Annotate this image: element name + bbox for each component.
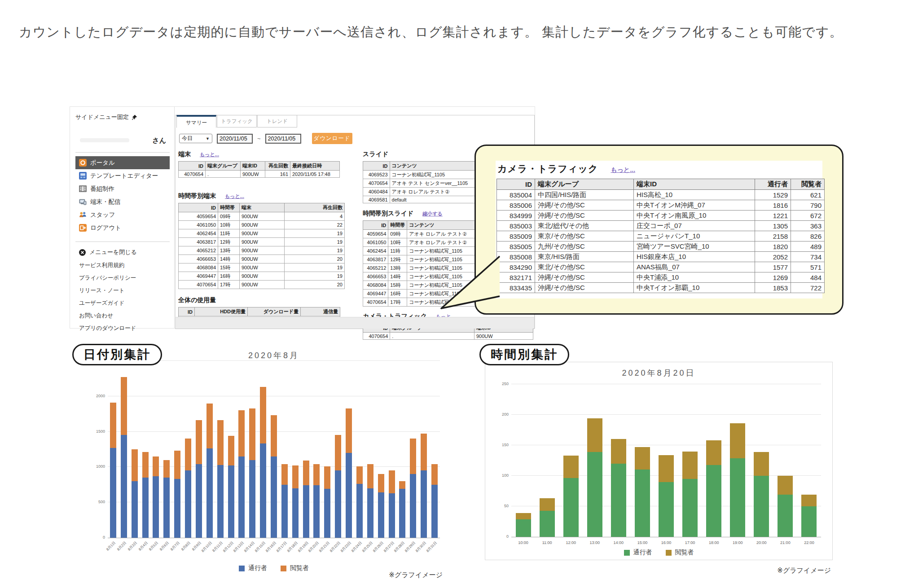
shrink-link-hourly-slide[interactable]: 縮小する xyxy=(422,211,443,217)
period-select[interactable]: 今日 ▼ xyxy=(179,134,212,143)
user-name-redacted xyxy=(80,138,129,142)
tab-1[interactable]: トラフィック xyxy=(217,115,257,127)
page: カウントしたログデータは定期的に自動でサーバーへ送信され、ログ集計されます。 集… xyxy=(0,0,905,588)
cell: 東京/HIS/路面 xyxy=(535,252,634,262)
sidebar-divider xyxy=(75,152,170,153)
sidebar-link-2[interactable]: リリース・ノート xyxy=(75,284,170,297)
cell: 161 xyxy=(265,171,290,178)
bar-segment-通行者 xyxy=(730,458,745,537)
bar-segment-閲覧者 xyxy=(238,410,245,456)
y-tick-label: 1500 xyxy=(96,429,105,434)
cell: 900UW xyxy=(240,281,285,289)
y-tick-label: 100 xyxy=(502,473,509,478)
legend-swatch xyxy=(281,566,286,571)
terminal-table: ID端末グループ端末ID再生回数最終接続日時4070654.900UW16120… xyxy=(178,161,347,178)
table-row: 833435沖縄/その他/SC中央Tイオン那覇_101853722 xyxy=(497,283,825,293)
section-title-terminal: 端末 xyxy=(178,150,191,158)
sidebar-link-4[interactable]: お問い合わせ xyxy=(75,309,170,322)
bar-segment-閲覧者 xyxy=(174,451,180,479)
callout-more-link[interactable]: もっと... xyxy=(611,166,635,174)
gridline xyxy=(511,414,821,415)
cell: 834999 xyxy=(497,211,535,221)
bar-segment-閲覧者 xyxy=(754,452,769,476)
date-from-input[interactable]: 2020/11/05 xyxy=(217,134,253,144)
bar-segment-閲覧者 xyxy=(324,466,330,489)
sidebar-item-1[interactable]: テンプレートエディター xyxy=(75,169,170,182)
sidebar-link-3[interactable]: ユーザーズガイド xyxy=(75,297,170,309)
legend-item-通行者: 通行者 xyxy=(624,549,652,557)
bar-segment-通行者 xyxy=(431,485,438,538)
cell: ANAS福島_07 xyxy=(634,262,755,272)
more-link-terminal[interactable]: もっと... xyxy=(200,151,219,158)
x-tick-label: 18:00 xyxy=(709,540,719,545)
bar-segment-閲覧者 xyxy=(389,470,395,493)
cell: 2052 xyxy=(755,252,791,262)
cell: 4070654 xyxy=(363,179,390,188)
bar-segment-通行者 xyxy=(163,478,170,538)
column-header: 閲覧者 xyxy=(791,179,825,190)
cell: 621 xyxy=(791,190,825,200)
device-icon xyxy=(79,198,87,206)
legend-label: 閲覧者 xyxy=(290,564,309,572)
more-link-hourly-terminal[interactable]: もっと... xyxy=(225,193,244,200)
cell: 1529 xyxy=(755,190,791,200)
sidebar-item-4[interactable]: スタッフ xyxy=(75,208,170,221)
cell: 九州/その他/SC xyxy=(535,241,634,252)
sidebar-item-close-menu[interactable]: メニューを閉じる xyxy=(75,246,170,259)
bar-segment-閲覧者 xyxy=(730,423,745,458)
bar-segment-閲覧者 xyxy=(367,464,373,488)
table-row: 4070654.900UW xyxy=(363,333,533,340)
column-header: 端末ID xyxy=(241,162,265,171)
cell: 4069447 xyxy=(179,272,218,281)
bar-segment-通行者 xyxy=(313,485,320,538)
cell: 489 xyxy=(791,241,825,252)
cell: 沖縄/その他/SC xyxy=(535,200,634,211)
cell: 4063817 xyxy=(363,255,388,264)
cell: 東京/その他/SC xyxy=(535,231,634,241)
cell: 19 xyxy=(285,246,345,255)
bar-segment-閲覧者 xyxy=(142,452,149,478)
bar-segment-閲覧者 xyxy=(121,377,127,435)
bar-segment-通行者 xyxy=(563,478,579,537)
sidebar-item-2[interactable]: 番組制作 xyxy=(75,182,170,195)
column-header: ID xyxy=(363,221,388,230)
cell: 13時 xyxy=(218,246,240,255)
sidebar-link-0[interactable]: サービス利用規約 xyxy=(75,259,170,272)
cell: 1853 xyxy=(755,283,791,293)
column-header: 通行者 xyxy=(755,179,791,190)
bar-segment-閲覧者 xyxy=(659,455,674,482)
sidebar-pin-row[interactable]: サイドメニュー固定 xyxy=(75,113,170,121)
cell: 833435 xyxy=(497,283,535,293)
gridline xyxy=(108,396,440,396)
sidebar-item-3[interactable]: 端末・配信 xyxy=(75,195,170,208)
hourly-chart-note: ※グラフイメージ xyxy=(777,566,831,575)
template-editor-icon xyxy=(79,172,87,180)
tab-0[interactable]: サマリー xyxy=(176,115,216,128)
hourly-chart-block: 時間別集計 2020年8月20日 05010015020025010:0011:… xyxy=(485,341,833,586)
bar-segment-通行者 xyxy=(206,448,213,538)
sidebar-item-0[interactable]: ポータル xyxy=(75,156,170,169)
cell: 571 xyxy=(791,262,825,272)
cell: 4068084 xyxy=(179,263,218,272)
logout-icon xyxy=(79,224,87,232)
bar-segment-閲覧者 xyxy=(206,404,213,449)
cell: HIS銀座本店_10 xyxy=(634,252,755,262)
y-tick-label: 1000 xyxy=(96,464,105,469)
table-row: 4070654.900UW1612020/11/05 17:48 xyxy=(179,171,340,178)
tab-2[interactable]: トレンド xyxy=(257,115,297,127)
sidebar-link-5[interactable]: アプリのダウンロード xyxy=(75,322,170,334)
bar-segment-閲覧者 xyxy=(587,418,602,452)
cell: 13時 xyxy=(388,264,407,272)
bar-segment-閲覧者 xyxy=(801,495,817,506)
bar-segment-閲覧者 xyxy=(313,464,320,485)
cell: 826 xyxy=(791,231,825,241)
cell: 834290 xyxy=(497,262,535,272)
sidebar-link-1[interactable]: プライバシーポリシー xyxy=(75,272,170,284)
cell: 1816 xyxy=(755,200,791,211)
download-button[interactable]: ダウンロード xyxy=(312,133,352,144)
hourly-chart-title: 2020年8月20日 xyxy=(485,368,832,378)
period-select-value: 今日 xyxy=(182,135,193,142)
date-to-input[interactable]: 2020/11/05 xyxy=(265,134,301,144)
sidebar-item-5[interactable]: ログアウト xyxy=(75,221,170,234)
bar-segment-閲覧者 xyxy=(516,513,531,519)
